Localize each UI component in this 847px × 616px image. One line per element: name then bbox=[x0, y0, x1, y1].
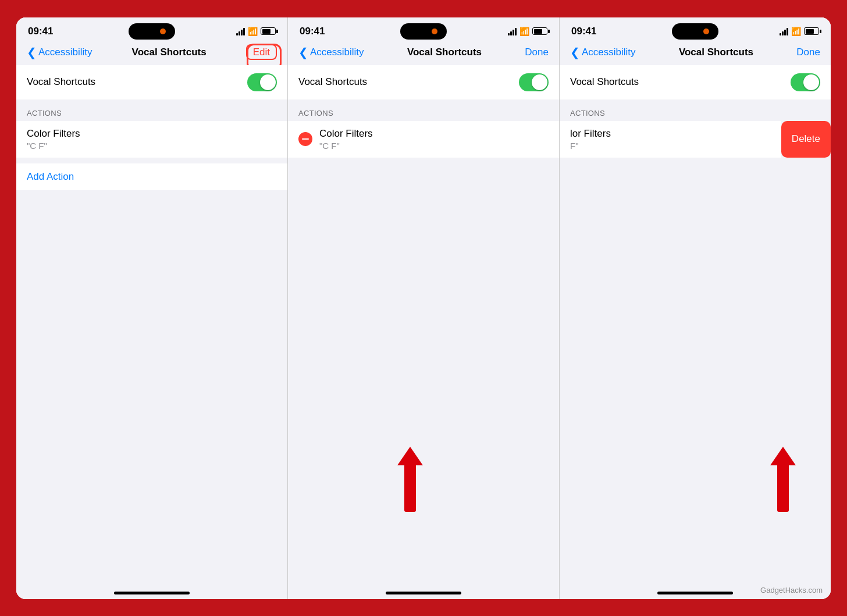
back-chevron-2: ❮ bbox=[298, 45, 308, 59]
toggle-label-3: Vocal Shortcuts bbox=[570, 76, 639, 88]
bar1 bbox=[780, 33, 781, 35]
watermark: GadgetHacks.com bbox=[760, 586, 823, 594]
battery-fill-1 bbox=[262, 29, 271, 34]
action-row-3: lor Filters F" Delete bbox=[560, 121, 831, 158]
toggle-switch-1[interactable] bbox=[247, 73, 277, 91]
action-title-3: lor Filters bbox=[570, 128, 611, 140]
minus-button-2[interactable] bbox=[298, 132, 312, 146]
action-row-2: Color Filters "C F" bbox=[288, 121, 559, 158]
nav-bar-3: ❮ Accessibility Vocal Shortcuts Done bbox=[560, 42, 831, 65]
status-icons-2: 📶 bbox=[508, 27, 547, 35]
wifi-icon-3: 📶 bbox=[791, 27, 801, 35]
status-icons-1: 📶 bbox=[236, 27, 276, 35]
nav-title-1: Vocal Shortcuts bbox=[132, 47, 207, 58]
action-text-2: Color Filters "C F" bbox=[319, 128, 373, 151]
action-subtitle-2: "C F" bbox=[319, 141, 373, 151]
action-subtitle-3: F" bbox=[570, 141, 611, 151]
home-bar-2 bbox=[386, 592, 461, 594]
action-title-2: Color Filters bbox=[319, 128, 373, 140]
edit-button-wrapper: Edit bbox=[246, 47, 277, 58]
nav-back-2[interactable]: ❮ Accessibility bbox=[298, 45, 364, 59]
minus-line-2 bbox=[302, 138, 309, 140]
nav-title-3: Vocal Shortcuts bbox=[679, 47, 753, 58]
status-bar-3: 09:41 📶 bbox=[560, 17, 831, 42]
main-container: 09:41 📶 ❮ Accessibility bbox=[16, 17, 831, 599]
home-bar-1 bbox=[114, 592, 190, 594]
home-indicator-1 bbox=[16, 582, 287, 599]
action-row-1: Color Filters "C F" bbox=[16, 121, 287, 158]
battery-icon-2 bbox=[532, 27, 547, 35]
signal-bars-3 bbox=[780, 27, 788, 35]
nav-back-3[interactable]: ❮ Accessibility bbox=[570, 45, 636, 59]
toggle-switch-3[interactable] bbox=[791, 73, 820, 91]
section-header-3: ACTIONS bbox=[560, 99, 831, 121]
nav-bar-2: ❮ Accessibility Vocal Shortcuts Done bbox=[288, 42, 559, 65]
bar2 bbox=[510, 31, 512, 35]
status-dot-2 bbox=[432, 29, 437, 34]
status-bar-2: 09:41 📶 bbox=[288, 17, 559, 42]
toggle-knob-2 bbox=[532, 74, 547, 90]
nav-title-2: Vocal Shortcuts bbox=[407, 47, 482, 58]
nav-back-1[interactable]: ❮ Accessibility bbox=[27, 45, 92, 59]
toggle-row-1: Vocal Shortcuts bbox=[16, 65, 287, 99]
toggle-row-3: Vocal Shortcuts bbox=[560, 65, 831, 99]
section-header-1: ACTIONS bbox=[16, 99, 287, 121]
status-time-1: 09:41 bbox=[28, 26, 53, 37]
arrow-body-3 bbox=[777, 465, 789, 512]
status-dot-1 bbox=[160, 29, 166, 34]
action-text-3: lor Filters F" bbox=[570, 128, 611, 151]
status-time-2: 09:41 bbox=[300, 26, 325, 37]
bar2 bbox=[782, 31, 784, 35]
done-button-2[interactable]: Done bbox=[525, 47, 549, 58]
toggle-switch-2[interactable] bbox=[519, 73, 549, 91]
add-action-row-1[interactable]: Add Action bbox=[16, 163, 287, 190]
arrow-body-2 bbox=[404, 465, 416, 512]
bar4 bbox=[515, 28, 517, 35]
bar3 bbox=[784, 30, 786, 35]
toggle-label-1: Vocal Shortcuts bbox=[27, 76, 95, 88]
section-header-2: ACTIONS bbox=[288, 99, 559, 121]
status-bar-1: 09:41 📶 bbox=[16, 17, 287, 42]
arrow-head-3 bbox=[770, 447, 796, 465]
battery-fill-3 bbox=[806, 29, 814, 34]
battery-icon-1 bbox=[261, 27, 276, 35]
action-item-1[interactable]: Color Filters "C F" bbox=[16, 121, 287, 158]
signal-bars-2 bbox=[508, 27, 517, 35]
toggle-knob-1 bbox=[260, 74, 276, 90]
wifi-icon-2: 📶 bbox=[519, 27, 529, 35]
home-bar-3 bbox=[657, 592, 733, 594]
status-icons-3: 📶 bbox=[780, 27, 819, 35]
content-3: Vocal Shortcuts ACTIONS lor Filters F" D… bbox=[560, 65, 831, 582]
wifi-icon-1: 📶 bbox=[248, 27, 258, 35]
bar1 bbox=[236, 33, 238, 35]
bar4 bbox=[243, 28, 245, 35]
back-label-3: Accessibility bbox=[582, 47, 636, 58]
home-indicator-2 bbox=[288, 582, 559, 599]
phone-frame-3: 09:41 📶 ❮ Accessibility bbox=[560, 17, 831, 599]
arrow-head-2 bbox=[397, 447, 423, 465]
delete-button-3[interactable]: Delete bbox=[781, 121, 831, 158]
action-item-2[interactable]: Color Filters "C F" bbox=[288, 121, 559, 158]
phone-frame-2: 09:41 📶 ❮ Accessibility bbox=[288, 17, 560, 599]
toggle-knob-3 bbox=[803, 74, 819, 90]
content-1: Vocal Shortcuts ACTIONS Color Filters "C… bbox=[16, 65, 287, 582]
status-pill-2 bbox=[400, 23, 447, 40]
arrow-up-3 bbox=[770, 447, 796, 512]
bar3 bbox=[513, 30, 514, 35]
action-text-1: Color Filters "C F" bbox=[27, 128, 80, 151]
done-button-3[interactable]: Done bbox=[796, 47, 820, 58]
back-label-1: Accessibility bbox=[38, 47, 92, 58]
bar2 bbox=[239, 31, 240, 35]
action-item-container-3: lor Filters F" Delete bbox=[560, 121, 831, 158]
status-dot-3 bbox=[703, 29, 709, 34]
arrow-up-2 bbox=[397, 447, 423, 512]
status-time-3: 09:41 bbox=[571, 26, 596, 37]
battery-fill-2 bbox=[534, 29, 543, 34]
edit-button-1[interactable]: Edit bbox=[246, 44, 277, 60]
toggle-label-2: Vocal Shortcuts bbox=[298, 76, 367, 88]
action-title-1: Color Filters bbox=[27, 128, 80, 140]
back-chevron-3: ❮ bbox=[570, 45, 580, 59]
action-item-3[interactable]: lor Filters F" bbox=[560, 121, 781, 158]
content-2: Vocal Shortcuts ACTIONS Color Filters "C… bbox=[288, 65, 559, 582]
status-pill-3 bbox=[672, 23, 718, 40]
